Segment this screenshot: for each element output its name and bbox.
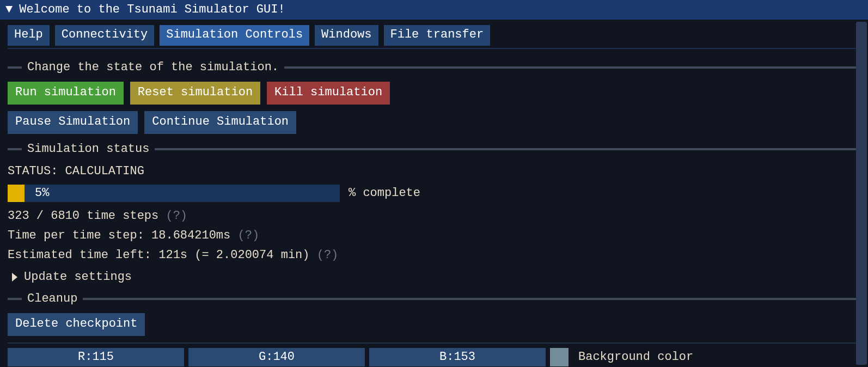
eta-value: Estimated time left: 121s (= 2.020074 mi… [8, 248, 310, 262]
eta-line: Estimated time left: 121s (= 2.020074 mi… [8, 247, 860, 264]
section-title-status: Simulation status [27, 140, 149, 158]
time-steps-value: 323 / 6810 time steps [8, 209, 158, 223]
tab-bar: Help Connectivity Simulation Controls Wi… [8, 25, 860, 46]
bg-color-b-input[interactable]: B:153 [369, 348, 546, 366]
update-settings-toggle[interactable]: Update settings [12, 268, 860, 286]
bg-color-r-input[interactable]: R:115 [8, 348, 184, 366]
section-header-change-state: Change the state of the simulation. [8, 59, 860, 76]
section-dash [8, 66, 22, 69]
bg-color-g-input[interactable]: G:140 [188, 348, 365, 366]
pause-simulation-button[interactable]: Pause Simulation [8, 111, 138, 134]
background-color-row: R:115 G:140 B:153 Background color [8, 348, 860, 366]
progress-bar: 5% [8, 185, 340, 202]
time-per-step-value: Time per time step: 18.684210ms [8, 229, 230, 242]
chevron-right-icon [12, 273, 17, 282]
progress-label: % complete [349, 185, 420, 202]
progress-text: 5% [35, 185, 49, 202]
section-dash [8, 298, 22, 300]
cleanup-button-row: Delete checkpoint [8, 313, 860, 336]
run-simulation-button[interactable]: Run simulation [8, 82, 124, 105]
update-settings-label: Update settings [24, 268, 132, 286]
vertical-scrollbar[interactable] [856, 22, 867, 365]
time-steps-line: 323 / 6810 time steps (?) [8, 207, 860, 225]
section-dash [8, 148, 22, 150]
tab-windows[interactable]: Windows [315, 25, 378, 46]
section-line [83, 298, 860, 300]
window-body: Help Connectivity Simulation Controls Wi… [0, 20, 868, 367]
reset-simulation-button[interactable]: Reset simulation [130, 82, 260, 105]
tab-help[interactable]: Help [8, 25, 50, 46]
continue-simulation-button[interactable]: Continue Simulation [144, 111, 296, 134]
button-row-2: Pause Simulation Continue Simulation [8, 111, 860, 134]
section-header-status: Simulation status [8, 140, 860, 158]
window-title: Welcome to the Tsunami Simulator GUI! [19, 1, 285, 19]
help-icon[interactable]: (?) [237, 229, 259, 242]
kill-simulation-button[interactable]: Kill simulation [267, 82, 390, 105]
time-per-step-line: Time per time step: 18.684210ms (?) [8, 227, 860, 244]
main-window: ▼ Welcome to the Tsunami Simulator GUI! … [0, 0, 868, 367]
help-icon[interactable]: (?) [317, 248, 339, 262]
bg-color-label: Background color [578, 348, 693, 366]
section-line [284, 66, 860, 69]
section-header-cleanup: Cleanup [8, 290, 860, 308]
tab-file-transfer[interactable]: File transfer [384, 25, 491, 46]
collapse-window-icon[interactable]: ▼ [5, 1, 13, 19]
bg-color-swatch[interactable] [550, 348, 569, 366]
status-line: STATUS: CALCULATING [8, 163, 860, 180]
separator [8, 342, 860, 344]
section-line [155, 148, 860, 150]
section-title-cleanup: Cleanup [27, 290, 77, 308]
window-titlebar[interactable]: ▼ Welcome to the Tsunami Simulator GUI! [0, 0, 868, 20]
delete-checkpoint-button[interactable]: Delete checkpoint [8, 313, 145, 336]
help-icon[interactable]: (?) [166, 209, 187, 223]
progress-fill [8, 185, 25, 202]
button-row-1: Run simulation Reset simulation Kill sim… [8, 82, 860, 105]
progress-row: 5% % complete [8, 185, 860, 202]
tab-connectivity[interactable]: Connectivity [55, 25, 154, 46]
section-title-change-state: Change the state of the simulation. [27, 59, 279, 76]
tab-simulation-controls[interactable]: Simulation Controls [160, 25, 309, 46]
tab-underline [8, 48, 860, 49]
